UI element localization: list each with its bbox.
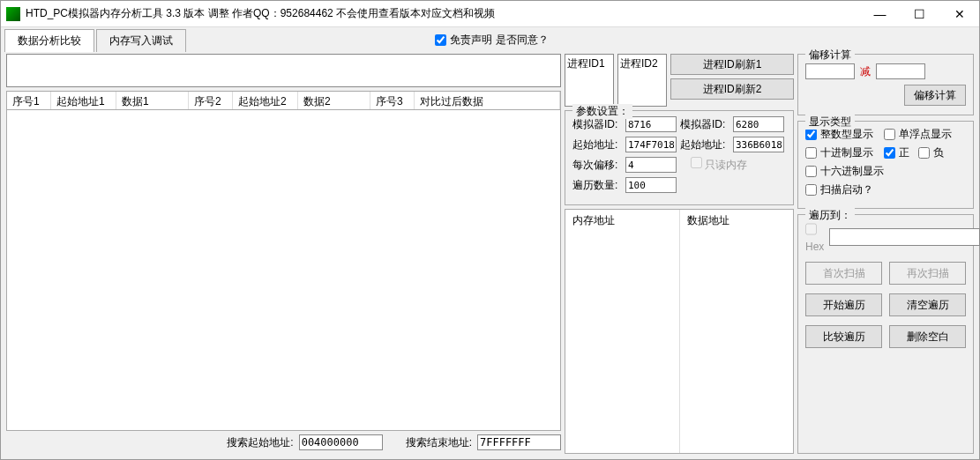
simid-label: 模拟器ID: — [572, 117, 622, 132]
hex-label: Hex — [805, 241, 824, 253]
col-seq2[interactable]: 序号2 — [189, 92, 233, 109]
process-id2-box[interactable]: 进程ID2 — [617, 54, 667, 107]
dec-display-checkbox[interactable] — [805, 147, 817, 159]
memory-table[interactable]: 内存地址 数据地址 — [565, 209, 794, 454]
disclaimer-checkbox[interactable] — [435, 34, 446, 46]
hex-display-checkbox[interactable] — [805, 166, 817, 177]
offset-input[interactable] — [625, 157, 677, 173]
display-type-legend: 显示类型 — [805, 115, 855, 130]
disclaimer-label: 免责声明 — [450, 33, 492, 48]
col-compared-data[interactable]: 对比过后数据 — [415, 92, 560, 109]
data-table-header: 序号1 起始地址1 数据1 序号2 起始地址2 数据2 序号3 对比过后数据 — [6, 91, 561, 110]
startaddr-label: 起始地址: — [572, 137, 622, 152]
col-data2[interactable]: 数据2 — [298, 92, 370, 109]
process-id1-box[interactable]: 进程ID1 — [565, 54, 614, 107]
int-display-checkbox[interactable] — [805, 129, 817, 140]
search-end-label: 搜索结束地址: — [406, 435, 472, 450]
window-controls: — ☐ ✕ — [860, 1, 979, 26]
float-display-checkbox[interactable] — [884, 129, 895, 140]
iter-input[interactable] — [625, 177, 677, 193]
iter-label: 遍历数量: — [572, 178, 622, 193]
offset-label: 每次偏移: — [572, 158, 622, 173]
pos-checkbox[interactable] — [884, 147, 895, 159]
simid2-input[interactable] — [733, 116, 784, 132]
display-type-fieldset: 显示类型 整数型显示 单浮点显示 十进制显示 正 负 十六 — [797, 121, 974, 209]
process-refresh-buttons: 进程ID刷新1 进程ID刷新2 — [670, 54, 794, 107]
top-text-area[interactable] — [6, 54, 561, 87]
middle-panel: 进程ID1 进程ID2 进程ID刷新1 进程ID刷新2 参数设置： 模拟器ID:… — [565, 54, 794, 454]
disclaimer-area: 免责声明 是否同意？ — [435, 33, 549, 48]
neg-checkbox[interactable] — [918, 147, 930, 159]
offset-calc-input2[interactable] — [876, 63, 925, 79]
col-data1[interactable]: 数据1 — [116, 92, 189, 109]
data-addr-col: 数据地址 — [680, 210, 794, 453]
minus-label: 减 — [860, 64, 871, 79]
disclaimer-question: 是否同意？ — [496, 33, 549, 48]
delete-blank-button[interactable]: 删除空白 — [889, 325, 966, 348]
tab-data-analysis[interactable]: 数据分析比较 — [4, 29, 94, 52]
hex-area: Hex — [805, 220, 824, 253]
traverse-fieldset: 遍历到： Hex 首次扫描 再次扫描 开始遍历 清空遍历 — [797, 214, 974, 454]
col-seq3[interactable]: 序号3 — [370, 92, 415, 109]
dec-display-label: 十进制显示 — [820, 145, 873, 160]
tab-strip: 数据分析比较 内存写入调试 — [1, 27, 188, 52]
scan-start-checkbox[interactable] — [805, 184, 817, 196]
startaddr1-input[interactable] — [625, 137, 677, 152]
startaddr-label2: 起始地址: — [680, 137, 729, 152]
offset-calc-legend: 偏移计算 — [805, 48, 855, 63]
process-refresh2-button[interactable]: 进程ID刷新2 — [670, 78, 794, 100]
col-seq1[interactable]: 序号1 — [7, 92, 51, 109]
search-end-input[interactable] — [477, 434, 561, 450]
tab-memory-write-debug[interactable]: 内存写入调试 — [96, 29, 186, 52]
compare-traverse-button[interactable]: 比较遍历 — [805, 325, 882, 348]
neg-label: 负 — [933, 145, 944, 160]
hex-checkbox — [805, 220, 817, 238]
search-start-label: 搜索起始地址: — [227, 435, 293, 450]
mem-addr-col: 内存地址 — [565, 210, 680, 453]
app-icon — [6, 7, 20, 21]
col-startaddr1[interactable]: 起始地址1 — [51, 92, 116, 109]
startaddr2-input[interactable] — [733, 137, 784, 152]
params-legend: 参数设置： — [572, 104, 632, 119]
process-refresh1-button[interactable]: 进程ID刷新1 — [670, 54, 794, 75]
simid-label2: 模拟器ID: — [680, 117, 729, 132]
params-fieldset: 参数设置： 模拟器ID: 模拟器ID: 起始地址: 起始地址: 每次偏移: — [565, 110, 794, 205]
maximize-button[interactable]: ☐ — [900, 1, 939, 26]
clear-traverse-button[interactable]: 清空遍历 — [889, 293, 966, 316]
data-table-body[interactable] — [6, 110, 561, 431]
readonly-label: 只读内存 — [705, 159, 747, 171]
hex-input[interactable] — [829, 228, 980, 246]
right-panel: 偏移计算 减 偏移计算 显示类型 整数型显示 单浮点显示 — [797, 54, 974, 454]
simid1-input[interactable] — [625, 116, 677, 132]
hex-display-label: 十六进制显示 — [820, 164, 884, 179]
readonly-checkbox — [691, 157, 702, 168]
rescan-button[interactable]: 再次扫描 — [889, 262, 966, 285]
content-area: 序号1 起始地址1 数据1 序号2 起始地址2 数据2 序号3 对比过后数据 搜… — [1, 52, 979, 459]
minimize-button[interactable]: — — [860, 1, 900, 26]
search-start-input[interactable] — [299, 434, 383, 450]
traverse-legend: 遍历到： — [805, 208, 855, 223]
process-row: 进程ID1 进程ID2 进程ID刷新1 进程ID刷新2 — [565, 54, 794, 107]
title-bar: HTD_PC模拟器内存分析工具 3.3 版本 调整 作者QQ：952684462… — [1, 1, 979, 27]
offset-calc-input1[interactable] — [805, 63, 855, 79]
float-display-label: 单浮点显示 — [899, 127, 952, 142]
col-startaddr2[interactable]: 起始地址2 — [233, 92, 298, 109]
left-panel: 序号1 起始地址1 数据1 序号2 起始地址2 数据2 序号3 对比过后数据 搜… — [6, 54, 561, 454]
close-button[interactable]: ✕ — [939, 1, 979, 26]
scan-start-label: 扫描启动？ — [820, 182, 873, 197]
offset-calc-button[interactable]: 偏移计算 — [904, 85, 966, 106]
readonly-area: 只读内存 — [691, 157, 747, 173]
start-traverse-button[interactable]: 开始遍历 — [805, 293, 882, 316]
bottom-search-bar: 搜索起始地址: 搜索结束地址: — [6, 431, 561, 454]
first-scan-button[interactable]: 首次扫描 — [805, 262, 882, 285]
offset-calc-fieldset: 偏移计算 减 偏移计算 — [797, 54, 974, 115]
pos-label: 正 — [899, 145, 909, 160]
app-window: HTD_PC模拟器内存分析工具 3.3 版本 调整 作者QQ：952684462… — [0, 0, 980, 460]
window-title: HTD_PC模拟器内存分析工具 3.3 版本 调整 作者QQ：952684462… — [26, 6, 860, 21]
